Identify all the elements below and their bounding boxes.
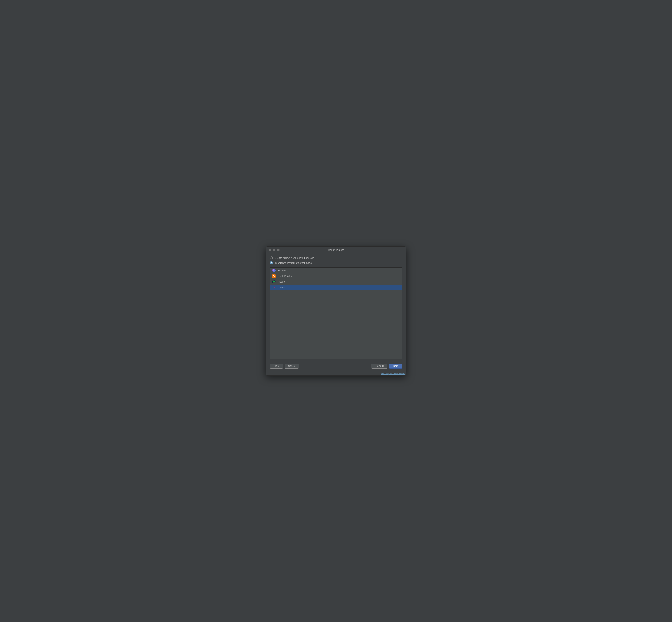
window-title: Import Project [328,248,344,251]
list-item-flash-builder[interactable]: Fx Flash Builder [270,273,402,279]
footer-right-buttons: Previous Next [371,364,402,369]
radio-existing-sources[interactable]: Create project from existing sources [270,256,402,260]
footer-left-buttons: Help Cancel [270,364,299,369]
radio-external-model[interactable]: Import project from external model [270,261,402,264]
cancel-button[interactable]: Cancel [285,364,299,369]
status-url[interactable]: https://blog.cdn.net/fond357bys [381,373,404,375]
radio-existing-sources-label: Create project from existing sources [275,256,314,260]
status-bar: https://blog.cdn.net/fond357bys [266,371,406,375]
radio-existing-sources-input[interactable] [270,256,273,260]
list-item-maven[interactable]: m Maven [270,285,402,290]
dialog-content: Create project from existing sources Imp… [266,253,406,361]
eclipse-icon [272,269,276,272]
next-button[interactable]: Next [389,364,402,369]
flashbuilder-icon: Fx [272,274,276,278]
help-button[interactable]: Help [270,364,283,369]
flash-builder-label: Flash Builder [278,275,292,278]
title-bar: Import Project [266,247,406,253]
maven-label: Maven [278,286,285,289]
minimize-button[interactable] [273,249,276,251]
eclipse-label: Eclipse [278,269,285,272]
import-project-dialog: Import Project Create project from exist… [266,246,406,376]
list-item-eclipse[interactable]: Eclipse [270,268,402,273]
close-button[interactable] [269,249,271,251]
window-controls [269,249,280,251]
model-list: Eclipse Fx Flash Builder [270,267,402,359]
previous-button[interactable]: Previous [371,364,387,369]
gradle-label: Gradle [278,280,285,283]
radio-external-model-label: Import project from external model [275,262,312,264]
svg-point-1 [273,281,274,282]
svg-point-0 [273,280,276,283]
dialog-footer: Help Cancel Previous Next [266,361,406,371]
list-item-gradle[interactable]: Gradle [270,279,402,285]
maximize-button[interactable] [277,249,280,251]
radio-external-model-input[interactable] [270,261,273,264]
maven-icon: m [272,286,276,289]
gradle-icon [272,280,276,283]
svg-point-2 [274,281,275,282]
